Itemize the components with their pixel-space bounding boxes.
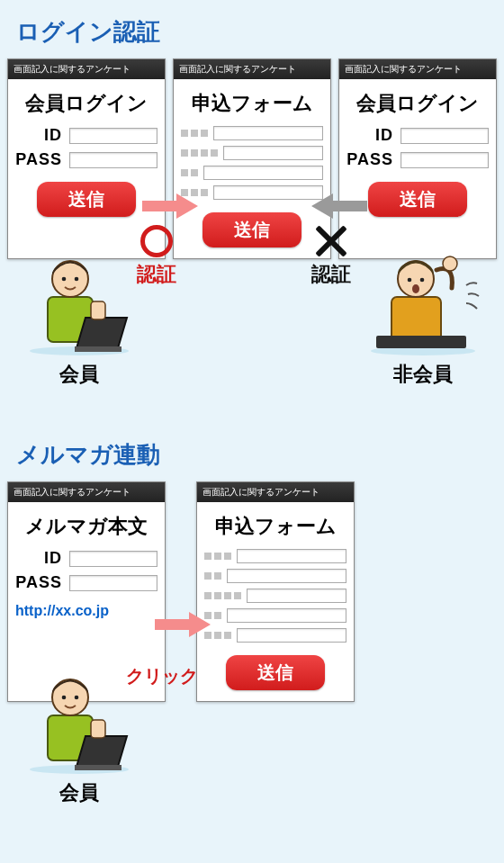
svg-point-14	[443, 256, 457, 271]
svg-rect-23	[91, 720, 105, 738]
arrow-left-gray-icon	[311, 193, 367, 219]
svg-marker-5	[76, 318, 127, 348]
panel-top-bar: 画面記入に関するアンケート	[8, 482, 165, 502]
member-caption: 会員	[16, 779, 142, 806]
form-input[interactable]	[227, 569, 346, 583]
submit-button[interactable]: 送信	[226, 655, 325, 690]
panel-title: 会員ログイン	[15, 90, 158, 117]
panel-app-form: 画面記入に関するアンケート 申込フォーム 送信	[196, 481, 355, 702]
panel-top-bar: 画面記入に関するアンケート	[8, 59, 165, 79]
section-title-mailmag: メルマガ連動	[0, 423, 504, 471]
form-input[interactable]	[237, 549, 346, 563]
cross-ng-icon	[315, 225, 347, 257]
svg-point-11	[408, 278, 412, 283]
auth-ok-label: 認証	[137, 261, 176, 288]
panel-nonmember-login: 画面記入に関するアンケート 会員ログイン ID PASS 送信	[338, 58, 497, 259]
form-input[interactable]	[213, 185, 323, 200]
mailmag-link[interactable]: http://xx.co.jp	[15, 603, 158, 619]
svg-point-19	[62, 696, 67, 700]
svg-marker-21	[76, 736, 127, 767]
submit-button[interactable]: 送信	[37, 182, 136, 217]
nonmember-caption: 非会員	[360, 361, 486, 388]
arrow-right-pink-icon	[142, 193, 198, 219]
form-input[interactable]	[227, 608, 346, 623]
form-input[interactable]	[237, 628, 346, 643]
panel-title: 会員ログイン	[346, 90, 489, 117]
panel-title: メルマガ本文	[15, 513, 158, 540]
submit-button[interactable]: 送信	[368, 182, 467, 217]
pass-label: PASS	[15, 150, 69, 169]
svg-point-12	[420, 278, 425, 283]
pass-input[interactable]	[69, 575, 158, 591]
svg-point-3	[62, 277, 67, 282]
auth-section: ログイン認証 画面記入に関するアンケート 会員ログイン ID PASS 送信 画…	[0, 0, 504, 423]
member-person: 会員	[16, 666, 142, 806]
pass-input[interactable]	[400, 152, 489, 168]
svg-point-4	[75, 277, 79, 282]
id-input[interactable]	[69, 128, 158, 144]
pass-input[interactable]	[69, 152, 158, 168]
auth-panels-row: 画面記入に関するアンケート 会員ログイン ID PASS 送信 画面記入に関する…	[0, 58, 504, 259]
id-label: ID	[15, 549, 69, 568]
panel-top-bar: 画面記入に関するアンケート	[197, 482, 354, 502]
mailmag-section: メルマガ連動 画面記入に関するアンケート メルマガ本文 ID PASS http…	[0, 423, 504, 855]
svg-rect-7	[91, 301, 105, 319]
form-fields	[204, 549, 346, 643]
member-person: 会員	[16, 247, 142, 388]
id-label: ID	[15, 126, 69, 145]
section-title-login-auth: ログイン認証	[0, 0, 504, 48]
auth-ok-mark: 認証	[137, 225, 176, 288]
id-input[interactable]	[400, 128, 489, 144]
svg-rect-6	[75, 346, 122, 352]
svg-rect-9	[392, 297, 441, 342]
circle-ok-icon	[140, 225, 173, 257]
svg-rect-15	[376, 336, 466, 348]
svg-point-20	[75, 696, 79, 700]
form-input[interactable]	[203, 166, 323, 180]
panel-top-bar: 画面記入に関するアンケート	[339, 59, 496, 79]
id-label: ID	[346, 126, 400, 145]
panel-title: 申込フォーム	[181, 90, 323, 117]
arrow-right-pink-icon	[155, 612, 211, 637]
panel-title: 申込フォーム	[204, 513, 346, 540]
panel-app-form: 画面記入に関するアンケート 申込フォーム 送信	[173, 58, 331, 259]
nonmember-person: 非会員	[360, 247, 486, 388]
form-input[interactable]	[213, 126, 323, 140]
panel-top-bar: 画面記入に関するアンケート	[174, 59, 330, 79]
pass-label: PASS	[346, 150, 400, 169]
id-input[interactable]	[69, 551, 158, 567]
form-input[interactable]	[247, 589, 346, 603]
form-input[interactable]	[223, 146, 323, 160]
submit-button[interactable]: 送信	[202, 212, 302, 247]
pass-label: PASS	[15, 573, 69, 592]
form-fields	[181, 126, 323, 200]
svg-point-13	[412, 284, 419, 293]
auth-ng-label: 認証	[311, 261, 351, 288]
member-caption: 会員	[16, 361, 142, 388]
auth-ng-mark: 認証	[311, 225, 351, 288]
svg-rect-22	[75, 765, 122, 770]
